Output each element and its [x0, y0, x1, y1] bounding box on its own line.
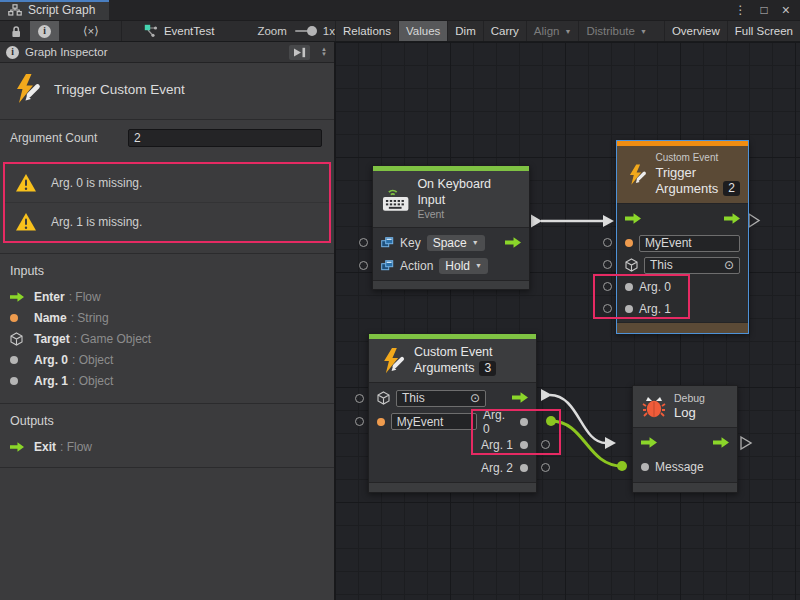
event-name-field[interactable]: MyEvent — [639, 235, 740, 252]
dim-button[interactable]: Dim — [447, 21, 482, 41]
value-wire[interactable] — [551, 421, 622, 466]
wire-start-arrow — [531, 215, 542, 228]
info-icon: i — [38, 25, 51, 38]
chevron-down-icon: ▼ — [472, 239, 479, 246]
distribute-dropdown-button[interactable]: Distribute ▼ — [578, 21, 654, 41]
input-port[interactable] — [603, 238, 612, 247]
carry-button[interactable]: Carry — [483, 21, 526, 41]
node-on-keyboard-input[interactable]: On Keyboard Input Event Key — [372, 165, 530, 290]
zoom-slider[interactable] — [295, 30, 313, 32]
warning-row: Arg. 0 is missing. — [5, 164, 329, 202]
node-footer — [373, 280, 529, 289]
input-port[interactable] — [359, 238, 368, 247]
input-port[interactable] — [603, 260, 612, 269]
align-dropdown-button[interactable]: Align ▼ — [526, 21, 579, 41]
target-field[interactable]: This ⊙ — [396, 390, 486, 407]
pin-row-target: Target: Game Object — [0, 328, 334, 349]
code-preview-button[interactable]: ⟨×⟩ — [75, 21, 107, 41]
node-kind: Custom Event — [655, 152, 740, 165]
target-picker-icon[interactable]: ⊙ — [724, 258, 734, 272]
info-icon: i — [6, 46, 19, 59]
flow-input-port[interactable] — [641, 434, 657, 452]
lock-icon — [10, 25, 22, 38]
graph-hierarchy-icon — [8, 4, 22, 16]
object-port-icon — [10, 377, 18, 385]
key-dropdown[interactable]: Space ▼ — [427, 235, 485, 251]
unconnected-flow-cap[interactable] — [749, 214, 759, 227]
node-header: Debug Log — [633, 386, 737, 428]
event-name-field[interactable]: MyEvent — [391, 413, 477, 430]
tab-script-graph[interactable]: Script Graph — [0, 0, 109, 20]
input-port[interactable] — [603, 304, 612, 313]
output-port[interactable] — [541, 463, 550, 472]
kebab-menu-icon[interactable]: ⋮ — [735, 4, 747, 16]
values-button[interactable]: Values — [398, 21, 447, 41]
zoom-slider-handle[interactable] — [307, 26, 317, 36]
input-port[interactable] — [359, 261, 368, 270]
node-trigger-custom-event[interactable]: Custom Event Trigger Arguments 2 — [616, 140, 749, 334]
input-port[interactable] — [355, 394, 364, 403]
relations-button[interactable]: Relations — [335, 21, 398, 41]
custom-event-icon — [378, 347, 406, 375]
action-row: Action Hold ▼ — [373, 254, 529, 277]
fullscreen-button[interactable]: Full Screen — [727, 21, 800, 41]
node-title: Trigger — [655, 165, 740, 181]
event-name-row: MyEvent Arg. 0 — [369, 410, 536, 433]
graph-toolbar: i ⟨×⟩ EventTest Zoom 1x Relations Values… — [0, 20, 800, 42]
flow-input-port[interactable] — [625, 210, 641, 228]
arg-row: Arg. 1 — [369, 433, 536, 456]
graph-breadcrumb[interactable]: EventTest — [137, 21, 222, 41]
outputs-section: Outputs Exit: Flow — [0, 404, 334, 461]
node-title: On Keyboard Input — [417, 177, 520, 208]
object-port-icon — [625, 305, 633, 313]
flow-wire[interactable] — [550, 395, 606, 443]
warning-text: Arg. 0 is missing. — [51, 176, 142, 190]
string-port-icon — [377, 418, 385, 426]
event-name-row: MyEvent — [617, 232, 748, 254]
unit-title: Trigger Custom Event — [54, 82, 185, 97]
args-label: Arguments — [655, 181, 718, 197]
chevron-down-icon: ▼ — [564, 28, 571, 35]
node-title: Log — [674, 405, 705, 421]
argument-count-input[interactable]: 2 — [128, 129, 322, 147]
maximize-icon[interactable]: □ — [761, 4, 768, 16]
object-port-icon — [641, 463, 649, 471]
warnings-annotation-box: Arg. 0 is missing. Arg. 1 is missing. — [3, 162, 331, 243]
bug-icon — [642, 395, 666, 419]
target-field[interactable]: This ⊙ — [644, 257, 740, 274]
flow-output-port[interactable] — [713, 434, 729, 452]
graph-canvas[interactable]: On Keyboard Input Event Key — [335, 42, 800, 600]
arg-row: Arg. 2 — [369, 456, 536, 479]
script-graph-window: Script Graph ⋮ □ × i ⟨×⟩ — [0, 0, 800, 600]
node-header: Custom Event Arguments 3 — [369, 339, 536, 383]
argument-count-row: Argument Count 2 — [0, 120, 334, 156]
dock-panel-button[interactable] — [289, 45, 310, 60]
overview-button[interactable]: Overview — [664, 21, 727, 41]
inspector-toggle-button[interactable]: i — [30, 21, 59, 41]
flow-output-port[interactable] — [724, 210, 740, 228]
object-port-icon — [520, 441, 528, 449]
panel-spinner[interactable]: ▲ ▼ — [318, 47, 330, 57]
flow-output-port[interactable] — [505, 234, 521, 252]
warning-icon — [15, 173, 37, 193]
inspector-title: Graph Inspector — [25, 46, 283, 58]
target-picker-icon[interactable]: ⊙ — [470, 391, 480, 405]
action-dropdown[interactable]: Hold ▼ — [439, 258, 488, 274]
close-icon[interactable]: × — [782, 3, 790, 17]
input-port[interactable] — [355, 417, 364, 426]
lock-button[interactable] — [2, 21, 30, 41]
inspector-titlebar[interactable]: i Graph Inspector ▲ ▼ — [0, 42, 334, 63]
unconnected-flow-cap[interactable] — [741, 437, 751, 449]
output-port[interactable] — [541, 440, 550, 449]
flow-row — [633, 431, 737, 455]
node-custom-event[interactable]: Custom Event Arguments 3 This ⊙ — [368, 333, 537, 493]
wire-end-arrow — [603, 215, 614, 227]
input-port[interactable] — [603, 282, 612, 291]
args-label: Arguments — [414, 361, 474, 377]
graph-inspector-panel: i Graph Inspector ▲ ▼ — [0, 42, 335, 600]
chevron-down-icon: ▼ — [475, 262, 482, 269]
node-debug-log[interactable]: Debug Log Message — [632, 385, 738, 493]
keyboard-event-icon — [382, 187, 409, 212]
flow-output-port[interactable] — [512, 389, 528, 407]
node-kind: Custom Event — [414, 345, 496, 361]
